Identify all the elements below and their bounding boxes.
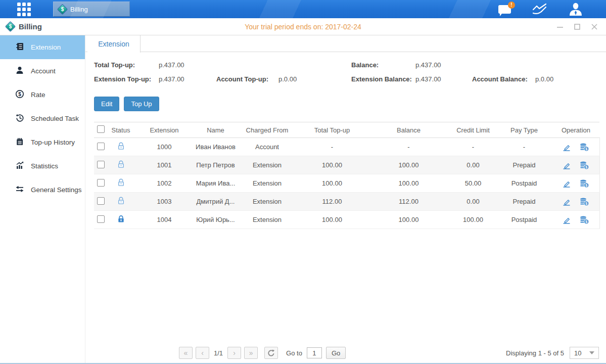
extension-cell: 1000 xyxy=(134,138,194,156)
unlocked-icon[interactable] xyxy=(117,142,125,151)
operation-cell: $ xyxy=(552,193,599,210)
tab-extension[interactable]: Extension xyxy=(87,35,141,53)
operation-cell: $ xyxy=(552,156,599,174)
summary-panel: Total Top-up: p.437.00 Balance: p.437.00… xyxy=(85,52,606,83)
sidebar-item-label: Statistics xyxy=(31,162,58,170)
window-titlebar: Your trial period ends on: 2017-02-24 $ … xyxy=(0,18,606,35)
extension-cell: 1002 xyxy=(134,174,194,193)
credit-limit-cell: - xyxy=(450,138,496,156)
table-row: 1003Дмитрий Д...Extension112.00112.000.0… xyxy=(94,193,599,211)
statistics-icon xyxy=(15,161,24,171)
close-button[interactable] xyxy=(591,23,598,30)
app-launcher-icon[interactable] xyxy=(17,3,31,16)
messages-icon[interactable]: ! xyxy=(498,5,511,14)
table-row: 1000Иван ИвановAccount----$ xyxy=(94,138,599,156)
trial-notice: Your trial period ends on: 2017-02-24 xyxy=(0,23,606,31)
sidebar-item-rate[interactable]: $ Rate xyxy=(0,83,85,107)
total-topup-cell: - xyxy=(297,138,367,156)
table-row: 1002Мария Ива...Extension100.00100.0050.… xyxy=(94,174,599,193)
resource-monitor-icon[interactable] xyxy=(532,3,547,15)
edit-extension-icon[interactable] xyxy=(562,215,571,224)
maximize-button[interactable] xyxy=(574,23,581,30)
unlocked-icon[interactable] xyxy=(117,160,125,169)
sidebar-item-label: Top-up History xyxy=(31,139,75,146)
balance-cell: 100.00 xyxy=(367,174,450,193)
pay-type-cell: Postpaid xyxy=(496,211,552,229)
page-size-select[interactable]: 10 xyxy=(570,347,599,359)
taskbar-tab-label: Billing xyxy=(70,6,88,13)
topup-extension-icon[interactable]: $ xyxy=(579,143,589,152)
edit-button[interactable]: Edit xyxy=(94,97,119,111)
sidebar-item-topup-history[interactable]: Top-up History xyxy=(0,130,85,154)
sidebar-item-statistics[interactable]: Statistics xyxy=(0,154,85,178)
status-cell xyxy=(107,138,134,156)
name-cell: Дмитрий Д... xyxy=(194,193,237,211)
sidebar-item-label: Scheduled Task xyxy=(31,115,79,122)
operation-cell: $ xyxy=(552,138,599,156)
header-extension: Extension xyxy=(134,122,194,138)
user-account-icon[interactable] xyxy=(569,3,583,16)
extension-balance-value: p.437.00 xyxy=(415,75,472,83)
extension-cell: 1001 xyxy=(134,156,194,174)
header-name: Name xyxy=(194,122,237,138)
pay-type-cell: Postpaid xyxy=(496,174,552,193)
topup-history-icon xyxy=(15,137,24,148)
billing-app-icon: $ xyxy=(57,4,68,14)
tab-strip: Extension xyxy=(85,35,606,52)
topup-extension-icon[interactable]: $ xyxy=(579,161,589,170)
table-header-row: Status Extension Name Charged From Total… xyxy=(94,122,599,138)
edit-extension-icon[interactable] xyxy=(562,179,571,188)
select-checkbox[interactable] xyxy=(97,143,105,150)
refresh-button[interactable] xyxy=(264,347,278,359)
status-cell xyxy=(107,174,134,193)
last-page-button[interactable]: » xyxy=(244,347,258,359)
minimize-button[interactable] xyxy=(556,23,564,30)
total-topup-value: p.437.00 xyxy=(159,61,216,69)
sidebar-item-account[interactable]: Account xyxy=(0,59,85,83)
balance-cell: - xyxy=(367,138,450,156)
sidebar-item-extension[interactable]: Extension xyxy=(0,35,85,59)
total-topup-cell: 100.00 xyxy=(297,211,367,229)
total-topup-label: Total Top-up: xyxy=(94,61,159,69)
sidebar-item-general-settings[interactable]: General Settings xyxy=(0,178,85,202)
svg-text:$: $ xyxy=(18,92,21,97)
topup-extension-icon[interactable]: $ xyxy=(579,197,589,206)
table-row: 1004Юрий Юрь...Extension100.00100.00100.… xyxy=(94,211,599,229)
first-page-button[interactable]: « xyxy=(179,347,193,359)
credit-limit-cell: 0.00 xyxy=(450,193,496,211)
unlocked-icon[interactable] xyxy=(117,178,125,187)
edit-extension-icon[interactable] xyxy=(562,161,571,170)
account-topup-label: Account Top-up: xyxy=(216,75,278,83)
goto-page-input[interactable] xyxy=(307,347,322,358)
pay-type-cell: Prepaid xyxy=(496,193,552,211)
header-charged-from: Charged From xyxy=(237,122,297,138)
edit-extension-icon[interactable] xyxy=(562,143,571,152)
go-button[interactable]: Go xyxy=(326,347,346,359)
sidebar-item-label: Account xyxy=(31,67,56,75)
select-all-checkbox[interactable] xyxy=(97,125,105,133)
top-up-button[interactable]: Top Up xyxy=(124,97,159,111)
account-topup-value: p.0.00 xyxy=(278,75,351,83)
select-checkbox[interactable] xyxy=(97,161,105,168)
operation-cell: $ xyxy=(552,211,599,229)
select-checkbox[interactable] xyxy=(97,197,105,205)
locked-icon[interactable] xyxy=(117,214,125,223)
prev-page-button[interactable]: ‹ xyxy=(196,347,209,359)
select-checkbox[interactable] xyxy=(97,215,105,223)
sidebar-item-label: Extension xyxy=(31,43,61,51)
taskbar-tab-billing[interactable]: $ Billing xyxy=(53,2,130,17)
top-navbar: $ Billing ! xyxy=(0,0,606,18)
balance-cell: 100.00 xyxy=(367,211,450,229)
credit-limit-cell: 0.00 xyxy=(450,156,496,174)
sidebar-item-scheduled-task[interactable]: Scheduled Task xyxy=(0,107,85,130)
charged-from-cell: Extension xyxy=(237,193,297,211)
topup-extension-icon[interactable]: $ xyxy=(579,215,589,224)
status-cell xyxy=(107,193,134,211)
next-page-button[interactable]: › xyxy=(227,347,241,359)
main-content: Extension Total Top-up: p.437.00 Balance… xyxy=(85,35,606,364)
unlocked-icon[interactable] xyxy=(117,196,125,205)
select-checkbox[interactable] xyxy=(97,179,105,187)
svg-text:$: $ xyxy=(586,184,588,188)
topup-extension-icon[interactable]: $ xyxy=(579,179,589,188)
edit-extension-icon[interactable] xyxy=(562,197,571,206)
